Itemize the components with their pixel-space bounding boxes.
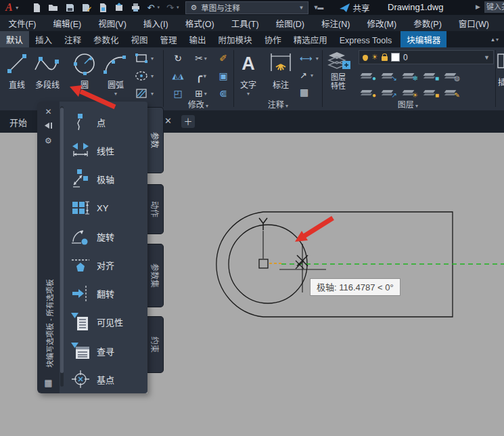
logo-menu-caret-icon[interactable]: ▼ [15,5,20,10]
menu-tools[interactable]: 工具(T) [223,17,267,30]
tab-insert[interactable]: 插入 [29,31,58,47]
ribbon-minimize-button[interactable]: ▴ [491,36,499,43]
palette-item-linear[interactable]: 线性 [70,137,114,164]
close-drawing-icon[interactable]: ✕ [164,116,172,126]
layers-panel-label[interactable]: 图层 [344,98,472,110]
menu-draw[interactable]: 绘图(D) [267,17,313,30]
palette-item-alignment[interactable]: 对齐 [70,251,114,278]
menu-file[interactable]: 文件(F) [0,17,45,30]
tab-block-editor[interactable]: 块编辑器 [400,31,446,47]
erase-button[interactable]: ✐ [213,49,233,67]
undo-button[interactable]: ↶ [147,3,155,12]
hatch-tool-button[interactable] [135,88,154,99]
undo-history-caret-icon[interactable]: ▾ [158,5,160,10]
palette-autohide-icon[interactable] [37,122,60,131]
share-button[interactable]: 共享 [340,1,369,14]
menu-view[interactable]: 视图(V) [90,17,135,30]
palette-item-lookup[interactable]: 查寻 [70,337,114,364]
menu-insert[interactable]: 插入(I) [135,17,177,30]
layer-unlock-button[interactable]: ■ [423,84,438,97]
palette-item-point[interactable]: 点 [70,108,106,135]
workspace-switcher[interactable]: ⚙ 草图与注释 ▼ [185,1,308,14]
open-file-button[interactable] [48,3,58,12]
layer-thaw-button[interactable]: ↗ [381,84,396,97]
layer-properties-button[interactable]: 图层 特性 [325,49,352,91]
save-as-button[interactable] [81,3,91,12]
layer-unisolate-button[interactable]: ● [360,84,375,97]
palette-item-flip[interactable]: 翻转 [70,280,114,307]
insert-block-label[interactable]: 插 [498,76,504,87]
layer-selector[interactable]: ☀ 0 ▼ [359,50,494,64]
new-file-button[interactable] [32,3,41,13]
new-drawing-tab-button[interactable]: ＋ [181,115,195,128]
tab-view[interactable]: 视图 [125,31,154,47]
save-button[interactable] [65,3,74,12]
tab-output[interactable]: 输出 [183,31,212,47]
tab-featured-apps[interactable]: 精选应用 [288,31,334,47]
menu-dimension[interactable]: 标注(N) [313,17,359,30]
palette-item-polar[interactable]: 极轴 [70,165,114,192]
tab-manage[interactable]: 管理 [154,31,183,47]
palette-item-basepoint[interactable]: 基点 [70,366,114,393]
palette-close-icon[interactable]: ✕ [37,108,60,116]
explode-button[interactable]: ▣ [213,67,233,85]
layer-isolate-button[interactable]: ● [360,67,375,81]
arc-tool-button[interactable]: 圆弧 [101,49,130,97]
palette-tab-parameter-sets[interactable]: 参数集 [147,244,164,307]
palette-tab-actions[interactable]: 动作 [147,184,164,234]
modify-panel-label[interactable]: 修改 [164,98,232,110]
text-tool-button[interactable]: A 文字 [240,49,256,97]
palette-scrollbar[interactable] [60,106,64,387]
tab-express-tools[interactable]: Express Tools [334,31,398,47]
save-to-web-button[interactable] [114,3,124,12]
palette-scroll-thumb[interactable] [60,108,64,373]
palette-item-rotation[interactable]: 旋转 [70,223,114,250]
ellipse-tool-button[interactable] [135,70,154,81]
search-input[interactable]: 键入关 [484,1,504,13]
layer-on-button[interactable]: ☀ [402,84,417,97]
redo-button[interactable]: ↷ [166,3,174,12]
menu-format[interactable]: 格式(O) [177,17,223,30]
menu-window[interactable]: 窗口(W) [450,17,497,30]
tab-parametric[interactable]: 参数化 [87,31,125,47]
open-from-web-button[interactable] [98,3,108,13]
circle-tool-button[interactable]: 圆 [72,49,97,97]
dimension-tool-button[interactable]: 标注 [269,49,293,90]
layer-match-button[interactable]: ✎ [444,84,459,97]
menu-modify[interactable]: 修改(M) [359,17,405,30]
leader-button[interactable]: ↗ [300,70,319,81]
layer-lock-button[interactable]: ■ [423,67,438,81]
qat-overflow-caret-icon[interactable]: ▼▬ [313,4,322,11]
plot-button[interactable] [131,3,141,12]
table-button[interactable]: ▦ [300,87,319,97]
annotation-panel-label[interactable]: 注释 [235,98,321,110]
fillet-button[interactable]: ╭ [189,67,213,85]
rotate-button[interactable]: ↻ [167,49,189,67]
menu-edit[interactable]: 编辑(E) [45,17,90,30]
tab-annotate[interactable]: 注释 [58,31,87,47]
palette-grid-icon[interactable]: ▦ [37,378,60,388]
palette-item-visibility[interactable]: 可见性 [70,308,123,335]
palette-title-bar[interactable]: ✕ ⚙ 块编写选项板 - 所有选项板 ▦ [37,102,60,393]
tab-home[interactable]: 默认 [0,31,29,47]
layer-make-current-button[interactable]: ◍ [444,67,459,81]
trim-button[interactable]: ✂ [189,49,213,67]
linear-dimension-button[interactable]: ⟷ [300,53,319,64]
palette-tab-parameters[interactable]: 参数 [147,107,164,173]
tab-collaborate[interactable]: 协作 [258,31,288,47]
line-tool-button[interactable]: 直线 [4,49,30,90]
start-tab[interactable]: 开始 [9,116,27,129]
layer-freeze-button[interactable]: ↘ [381,67,396,81]
redo-history-caret-icon[interactable]: ▾ [177,5,179,10]
palette-tab-constraints[interactable]: 约束 [147,316,164,373]
palette-item-xy[interactable]: XY [70,194,108,221]
palette-properties-gear-icon[interactable]: ⚙ [37,137,60,145]
rectangle-tool-button[interactable] [135,53,154,64]
layer-snowflake-button[interactable]: ❄ [402,67,417,81]
autocad-logo[interactable]: A [5,1,13,14]
mirror-button[interactable]: ◭◮ [167,67,189,85]
polyline-tool-button[interactable]: 多段线 [32,49,62,90]
title-expand-caret-icon[interactable]: ▶ [476,3,480,10]
menu-parametric[interactable]: 参数(P) [405,17,451,30]
tab-addins[interactable]: 附加模块 [212,31,258,47]
